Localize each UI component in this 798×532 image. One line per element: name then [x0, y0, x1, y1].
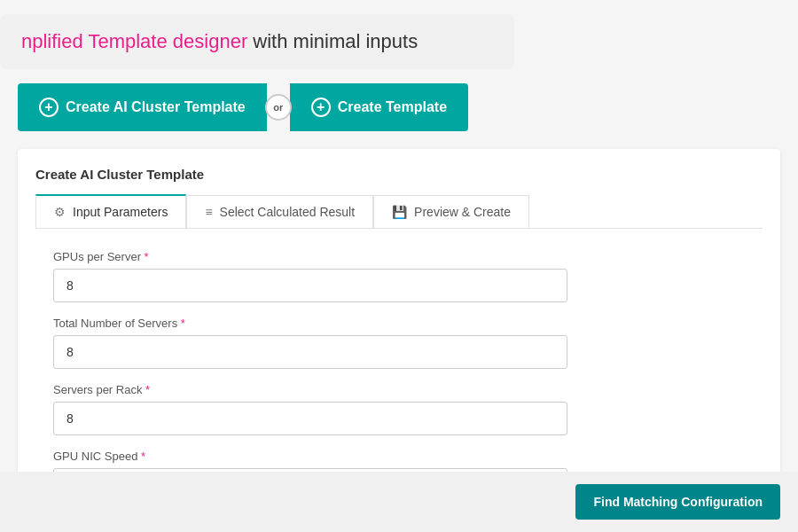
label-total-servers: Total Number of Servers *: [53, 317, 567, 330]
create-ai-cluster-button[interactable]: + Create AI Cluster Template: [18, 83, 267, 131]
footer-bar: Find Matching Configuration: [0, 472, 798, 532]
tab-select-calculated[interactable]: ≡ Select Calculated Result: [186, 195, 373, 228]
banner: nplified Template designer with minimal …: [0, 14, 514, 69]
form-group-gpus: GPUs per Server *: [53, 250, 567, 302]
required-marker: *: [145, 250, 149, 263]
required-marker-2: *: [181, 317, 185, 330]
plus-icon: +: [39, 98, 59, 117]
input-servers-per-rack[interactable]: [53, 402, 567, 435]
required-marker-4: *: [141, 450, 145, 463]
action-buttons: + Create AI Cluster Template or + Create…: [18, 83, 780, 131]
form-group-servers-rack: Servers per Rack *: [53, 383, 567, 435]
label-gpu-nic-speed: GPU NIC Speed *: [53, 450, 567, 463]
tab-label-input: Input Parameters: [73, 205, 168, 219]
save-icon: 💾: [392, 205, 407, 219]
label-servers-per-rack: Servers per Rack *: [53, 383, 567, 396]
gear-icon: ⚙: [54, 205, 66, 219]
section-title: Create AI Cluster Template: [35, 167, 763, 182]
plus-icon-2: +: [311, 98, 331, 117]
banner-rest: with minimal inputs: [247, 30, 418, 52]
create-template-button[interactable]: + Create Template: [290, 83, 468, 131]
or-badge: or: [265, 94, 292, 121]
list-icon: ≡: [205, 205, 212, 219]
tab-preview-create[interactable]: 💾 Preview & Create: [373, 195, 529, 228]
find-matching-config-button[interactable]: Find Matching Configuration: [575, 484, 780, 520]
banner-highlight: nplified Template designer: [21, 30, 247, 52]
tab-label-calculated: Select Calculated Result: [220, 205, 356, 219]
tab-input-parameters[interactable]: ⚙ Input Parameters: [35, 194, 186, 228]
form-group-total-servers: Total Number of Servers *: [53, 317, 567, 369]
tab-label-preview: Preview & Create: [414, 205, 511, 219]
tabs-container: ⚙ Input Parameters ≡ Select Calculated R…: [35, 194, 763, 229]
input-gpus-per-server[interactable]: [53, 269, 567, 302]
label-gpus-per-server: GPUs per Server *: [53, 250, 567, 263]
input-total-servers[interactable]: [53, 335, 567, 369]
required-marker-3: *: [145, 383, 150, 396]
